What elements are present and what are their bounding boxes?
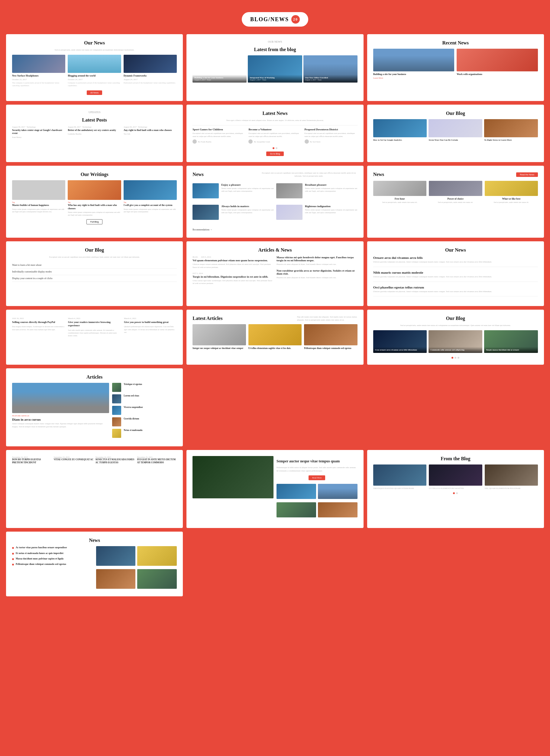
blog-grid-item-1: How to Set Up Google Analytics bbox=[373, 119, 427, 141]
from-blog-img-3 bbox=[485, 464, 538, 486]
card-three-text: JAN 19, 2021 Selling courses directly th… bbox=[6, 310, 183, 365]
writing-title-1: Master-builder of human happiness bbox=[12, 204, 65, 207]
news-bottom-images bbox=[96, 546, 177, 590]
carousel-title-2: Commodo odin aenean sed adipiscing bbox=[430, 349, 480, 351]
la-img-2 bbox=[249, 324, 301, 345]
full-blog-btn[interactable]: Full Blog bbox=[86, 219, 103, 224]
blog-list: Want to learn a bit more about Individua… bbox=[12, 262, 177, 282]
news-title-2: Blogging around the world bbox=[68, 74, 121, 77]
blog-overlay-1: Building a site for your business August… bbox=[193, 75, 247, 83]
from-blog-img-1 bbox=[373, 464, 426, 486]
articles-layout: BLOG JAN 5, 2014 Vel quam elementum pulv… bbox=[193, 256, 357, 285]
n2c-title-4: Righteous indignation bbox=[305, 205, 357, 208]
lnews-author-row-2: By Jacqueline Grant bbox=[249, 139, 301, 144]
page-header: BLOG/NEWS 20 bbox=[6, 6, 544, 34]
card-our-writings: Our Writings Tag Master-builder of human… bbox=[6, 166, 183, 238]
ne-title-2: Et netus et malesuada fames ac quis impe… bbox=[16, 552, 63, 555]
from-blog-title-1: TRISTIQUE EGESTAS QUAM VITAM PIAM bbox=[373, 487, 426, 490]
card-articles-news: Articles & News BLOG JAN 5, 2014 Vel qua… bbox=[187, 241, 363, 306]
ne-title-4: Pellentesque diam volutpat commodo sed e… bbox=[16, 563, 66, 566]
learn-more-link[interactable]: Learn More bbox=[373, 77, 454, 79]
card-14-title: Latest Articles bbox=[193, 316, 223, 321]
card-latest-blog: OUR NEWS Latest from the blog Building a… bbox=[187, 34, 363, 101]
art-list-img-2 bbox=[112, 394, 121, 403]
news-bottom-layout: Ac tortor vitae purus faucibus ornare su… bbox=[12, 546, 177, 590]
article-desc-1: Ultrices neque ornare aenean euismod. Er… bbox=[193, 263, 274, 269]
news-2col-item-2: Resultant pleasure Nemo enim ipsam volup… bbox=[276, 183, 357, 202]
post-3-title: Any right to find fault with a man who c… bbox=[124, 129, 177, 132]
blog-img-3: Our New Office Unveiled August 1, 2017 ·… bbox=[303, 55, 357, 83]
blog-img-2: Integrated Way of Working August 1, 2017… bbox=[248, 55, 302, 83]
recommendations-link[interactable]: Recommendations → bbox=[193, 228, 212, 231]
articles-main-img bbox=[12, 383, 109, 413]
ne-2: Et netus et malesuada fames ac quis impe… bbox=[12, 552, 93, 555]
article-right-2: Non-curabitur gravida arcu ac tortor dig… bbox=[276, 269, 357, 279]
read-news-btn[interactable]: Read the News bbox=[516, 172, 538, 177]
article-left-2: OCT 1, 2014 Turgis in mi bibendum. Digni… bbox=[193, 272, 274, 285]
four-date-3: November 24, 2015 bbox=[96, 456, 135, 458]
go-to-blog-btn[interactable]: Go to Blog bbox=[266, 152, 283, 156]
carousel-title-3: Turpis massa tincidunt dui at ornare bbox=[486, 349, 536, 351]
four-date-4: December 25, 2015 bbox=[137, 456, 177, 458]
card-four-col: November 16, 2015 DON HO TURPIS EGESTAS … bbox=[6, 450, 183, 528]
writing-1: Tag Master-builder of human happiness Ne… bbox=[12, 180, 65, 216]
blog-grid-img-2 bbox=[428, 119, 482, 137]
art-list-text-1: Tristique et egestas bbox=[124, 383, 142, 386]
blog-grid-2: How to Set Up Google Analytics Seven Way… bbox=[373, 119, 538, 141]
lnews-1: Sport Games for Children Excepturi sint … bbox=[193, 128, 246, 144]
article-meta-1: BLOG JAN 5, 2014 bbox=[193, 256, 274, 258]
all-news-button[interactable]: All News bbox=[87, 90, 102, 95]
blog-overlay-title-1: Building a site for your business bbox=[194, 77, 245, 79]
card-7-title: Our Writings bbox=[12, 172, 177, 177]
fb-dot-1 bbox=[453, 492, 455, 494]
n2c-desc-2: Nemo enim ipsam voluptatem quia voluptas… bbox=[305, 187, 357, 193]
four-date-1: November 16, 2015 bbox=[12, 456, 52, 458]
article-right-1: Massa vitictus mi quis hendrerit dolor m… bbox=[276, 256, 357, 266]
carousel-item-3: Turpis massa tincidunt dui at ornare bbox=[484, 330, 538, 354]
dot-2 bbox=[275, 147, 277, 149]
card-news-2col: News Excepturi sint occaecati cupiditate… bbox=[187, 166, 363, 238]
news-title-3: Dynamic Frameworks bbox=[124, 74, 177, 77]
post-3-author: Tye Joh bbox=[124, 133, 177, 135]
card-5-subtitle: Non eget a libero volutpat sit amet aliq… bbox=[193, 119, 357, 122]
read-more-btn[interactable]: Read More bbox=[308, 475, 325, 480]
ne-text-3: Massa tincidunt nunc pulvinar sapien et … bbox=[16, 557, 63, 560]
from-blog-dots bbox=[373, 492, 538, 494]
news-desc-1: The company is particularly proud of the… bbox=[12, 82, 65, 87]
writing-3: Tag I will give you a complete account o… bbox=[124, 180, 177, 216]
carousel-item-1: Cras ornare arcu vivamus arcu felis bibe… bbox=[373, 330, 427, 354]
recommendations-row: Recommendations → bbox=[193, 226, 357, 232]
n2c-text-3: Always holds in matters Nemo enim ipsam … bbox=[221, 205, 274, 221]
small-img-4 bbox=[318, 502, 357, 517]
article-right-desc-1: Pharetra sit amet aliquam id diam. Sed b… bbox=[276, 263, 357, 266]
card-15-title: Our Blog bbox=[373, 316, 538, 321]
latest-news-items: Sport Games for Children Excepturi sint … bbox=[193, 128, 357, 144]
recent-news-2: Work with organisations bbox=[457, 49, 538, 79]
small-img-1 bbox=[276, 484, 316, 499]
card-from-blog: From the Blog TRISTIQUE EGESTAS QUAM VIT… bbox=[367, 450, 544, 528]
news-bottom-img-grid bbox=[96, 546, 177, 590]
card-5-title: Latest News bbox=[193, 111, 357, 116]
large-img-section bbox=[193, 456, 274, 522]
ne-dot-1 bbox=[12, 547, 14, 549]
art-list-5: Netus et malesuada bbox=[112, 429, 177, 438]
ne-3: Massa tincidunt nunc pulvinar sapien et … bbox=[12, 557, 93, 560]
news-grid: New Surface Headphones October 25, 2017 … bbox=[12, 55, 177, 87]
lnews-author-row-1: By Frank Basilia bbox=[193, 139, 246, 144]
our-news-2: Nibh mauris cursus mattis molestie Ultri… bbox=[373, 271, 538, 282]
carousel-title-1: Cras ornare arcu vivamus arcu felis bibe… bbox=[375, 349, 425, 351]
post-2-date: August 09, 2017 · Technology bbox=[68, 126, 121, 128]
recent-title-2: Work with organisations bbox=[457, 73, 538, 76]
lnews-author-row-3: By Syd Stern bbox=[304, 139, 357, 144]
ne-text-2: Et netus et malesuada fames ac quis impe… bbox=[16, 552, 63, 555]
from-blog-img-2 bbox=[429, 464, 482, 486]
articles-main-tag: FEATURE ARTICLE bbox=[12, 415, 109, 417]
news-row-2: Resultant pleasure Nemo enim ipsam volup… bbox=[276, 183, 357, 200]
art-list-text-3: Viverra suspendisse bbox=[124, 406, 143, 409]
art-list-img-4 bbox=[112, 417, 121, 426]
from-blog-2: UT TELLUS ELEMENTUM SAGITTIS bbox=[429, 464, 482, 490]
blog-img-1: Building a site for your business August… bbox=[193, 55, 247, 83]
art-list-title-4: Gravida dictum bbox=[124, 417, 139, 420]
la-img-3 bbox=[304, 324, 357, 345]
card-articles-right: Articles FEATURE ARTICLE Diam in arcu cu… bbox=[6, 368, 183, 446]
